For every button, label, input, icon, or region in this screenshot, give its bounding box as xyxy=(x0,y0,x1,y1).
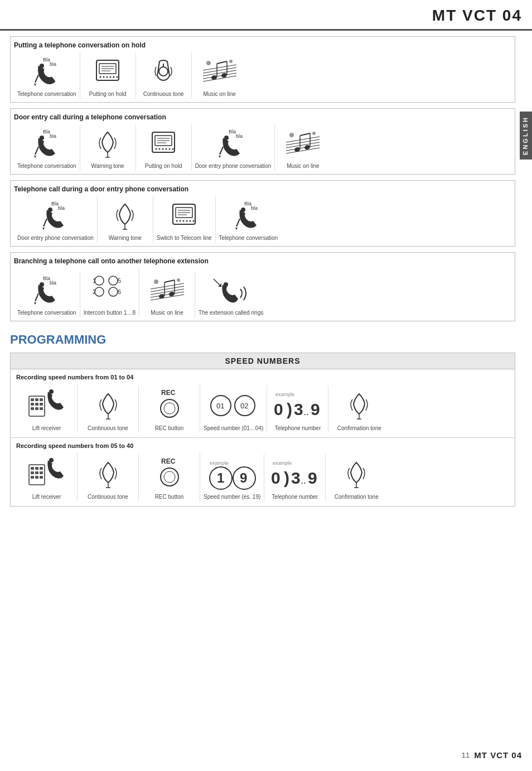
svg-text:9: 9 xyxy=(308,469,317,487)
music-on-line-icon-1 xyxy=(197,55,242,88)
side-label: ENGLISH xyxy=(520,112,532,160)
svg-point-96 xyxy=(95,287,104,296)
sub-cell-speed-num-2: example 1 9 Speed number (es. 19) xyxy=(200,454,264,502)
confirm-tone-icon-1 xyxy=(342,388,376,422)
cell14-label: Telephone conversation xyxy=(17,309,76,316)
svg-line-3 xyxy=(35,75,38,83)
svg-text:bla: bla xyxy=(50,61,56,67)
cell-door-entry-phone: Bla bla Door entry phone conversation xyxy=(192,124,275,171)
svg-text:bla: bla xyxy=(58,205,65,211)
svg-point-44 xyxy=(162,148,164,150)
svg-point-42 xyxy=(156,148,157,150)
svg-rect-146 xyxy=(35,467,38,470)
svg-point-43 xyxy=(159,148,161,150)
sub-cell-lift-receiver-2: Lift receiver xyxy=(16,452,78,502)
svg-point-10 xyxy=(100,76,101,78)
svg-text:1: 1 xyxy=(217,470,224,485)
svg-point-131 xyxy=(164,403,175,414)
footer-brand: MT VCT 04 xyxy=(474,750,522,760)
phone-talking-icon-2: Bla bla xyxy=(27,127,66,160)
svg-text:Bla: Bla xyxy=(229,129,236,134)
section-branching: Branching a telephone call onto another … xyxy=(10,252,515,321)
continuous-tone-icon-2 xyxy=(91,388,125,422)
sub-cell11-label: Telephone number xyxy=(272,493,318,500)
svg-line-105 xyxy=(151,295,184,300)
svg-marker-87 xyxy=(235,228,238,230)
svg-text:0: 0 xyxy=(271,469,280,487)
cell-switch-telecom: Switch to Telecom line xyxy=(153,196,216,243)
svg-rect-125 xyxy=(40,407,43,410)
cell-continuous-tone-1: Continuous tone xyxy=(136,52,192,99)
svg-text:9: 9 xyxy=(240,470,247,485)
svg-rect-120 xyxy=(31,403,34,406)
svg-point-85 xyxy=(241,208,245,212)
cell-music-on-line-2: Music on line xyxy=(275,124,331,171)
svg-point-63 xyxy=(289,133,294,137)
svg-text:0: 0 xyxy=(274,400,283,418)
svg-rect-124 xyxy=(35,407,38,410)
svg-point-100 xyxy=(109,287,118,296)
svg-line-62 xyxy=(300,133,310,136)
section4-title: Branching a telephone call onto another … xyxy=(14,257,511,265)
cell1-label: Telephone conversation xyxy=(17,90,76,98)
svg-text:example: example xyxy=(273,460,292,466)
sub-section-01-04: Recording speed numbers from 01 to 04 xyxy=(11,369,515,438)
svg-rect-151 xyxy=(31,476,34,479)
svg-text:REC: REC xyxy=(161,389,176,397)
svg-point-111 xyxy=(154,280,158,284)
svg-text:3: 3 xyxy=(294,400,303,418)
svg-rect-152 xyxy=(35,476,38,479)
sub-diagram-01: Lift receiver xyxy=(16,384,509,433)
svg-point-23 xyxy=(211,75,217,80)
svg-point-64 xyxy=(312,132,316,135)
svg-line-57 xyxy=(286,148,320,153)
svg-point-32 xyxy=(40,136,44,140)
svg-text:bla: bla xyxy=(251,205,258,211)
cell2-label: Putting on hold xyxy=(89,90,127,98)
cell-warning-tone-2: Warning tone xyxy=(98,196,153,243)
svg-point-47 xyxy=(172,148,174,150)
lift-receiver-icon-1 xyxy=(25,386,69,422)
svg-line-91 xyxy=(35,293,38,301)
cell10-label: Door entry phone conversation xyxy=(17,234,94,242)
programming-section: PROGRAMMING SPEED NUMBERS Recording spee… xyxy=(10,333,515,507)
cell7-label: Putting on hold xyxy=(145,162,182,170)
svg-point-82 xyxy=(193,220,195,222)
svg-line-20 xyxy=(203,70,236,76)
svg-point-67 xyxy=(48,208,52,212)
svg-text:9: 9 xyxy=(311,400,320,418)
svg-point-81 xyxy=(190,220,191,222)
svg-text:example: example xyxy=(275,392,294,397)
continuous-tone-icon-1 xyxy=(144,55,183,88)
svg-text:..: .. xyxy=(301,475,306,486)
page-header: MT VCT 04 xyxy=(0,0,532,31)
cell-warning-tone-1: Warning tone xyxy=(80,124,136,171)
section3-diagram: Bla bla Door entry phone conversation xyxy=(14,196,511,243)
svg-point-11 xyxy=(103,76,105,78)
svg-line-68 xyxy=(43,219,47,227)
sub-diagram-05: Lift receiver xyxy=(16,452,509,502)
sub-cell-phone-number-2: example 0 ) 3 .. 9 Telephone number xyxy=(264,454,326,502)
svg-line-55 xyxy=(286,142,320,148)
warning-tone-icon-1 xyxy=(91,127,124,160)
header-title: MT VCT 04 xyxy=(432,7,522,24)
speed-numbers-header: SPEED NUMBERS xyxy=(11,353,515,369)
svg-point-28 xyxy=(206,61,211,65)
speed-num-icon-2: example 1 9 xyxy=(207,456,257,491)
svg-point-46 xyxy=(169,148,171,150)
phone-hold-icon-1 xyxy=(88,55,127,88)
svg-text:bla: bla xyxy=(50,280,56,286)
sub-cell-confirm-tone-1: Confirmation tone xyxy=(328,386,390,433)
cell6-label: Warning tone xyxy=(91,162,124,170)
svg-point-12 xyxy=(107,76,108,78)
sub-cell-rec-button-2: REC REC button xyxy=(139,452,200,502)
svg-text:): ) xyxy=(287,400,292,418)
sub-cell12-label: Confirmation tone xyxy=(335,493,379,500)
svg-point-16 xyxy=(159,67,168,76)
phone-number-icon-1: example 0 ) 3 .. 9 xyxy=(273,388,323,422)
cell9-label: Music on line xyxy=(287,162,319,170)
svg-line-101 xyxy=(151,283,184,289)
svg-marker-4 xyxy=(34,84,36,86)
svg-marker-34 xyxy=(34,156,36,158)
section-putting-on-hold: Putting a telephone conversation on hold… xyxy=(10,36,515,103)
